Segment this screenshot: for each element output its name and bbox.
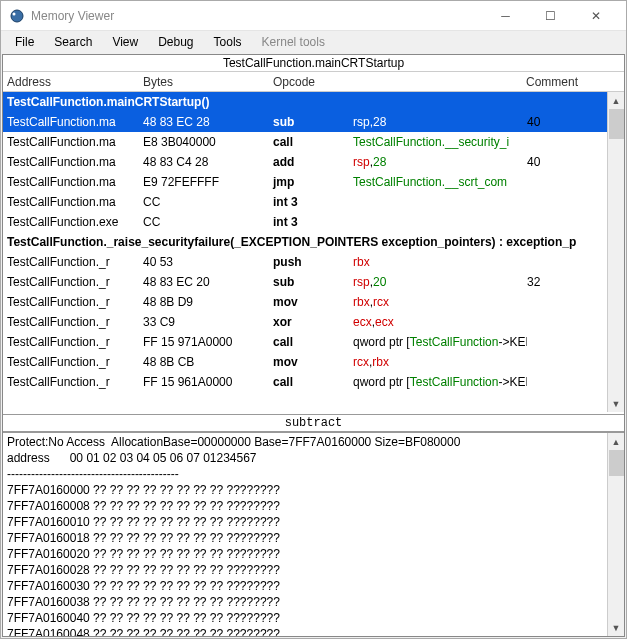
row-opcode: call	[273, 335, 353, 349]
hex-row[interactable]: 7FF7A0160008 ?? ?? ?? ?? ?? ?? ?? ?? ???…	[7, 499, 620, 515]
disasm-row[interactable]: TestCallFunction._rFF 15 961A0000callqwo…	[3, 372, 607, 392]
row-operands: TestCallFunction.__scrt_com	[353, 175, 527, 189]
row-bytes: E9 72FEFFFF	[143, 175, 273, 189]
row-bytes: 48 83 EC 28	[143, 115, 273, 129]
row-opcode: call	[273, 135, 353, 149]
scroll-down-icon[interactable]: ▼	[608, 619, 624, 636]
menu-search[interactable]: Search	[44, 33, 102, 51]
row-address: TestCallFunction.ma	[3, 175, 143, 189]
row-opcode: call	[273, 375, 353, 389]
close-button[interactable]: ✕	[573, 2, 618, 30]
hex-row[interactable]: 7FF7A0160018 ?? ?? ?? ?? ?? ?? ?? ?? ???…	[7, 531, 620, 547]
hex-row[interactable]: 7FF7A0160030 ?? ?? ?? ?? ?? ?? ?? ?? ???…	[7, 579, 620, 595]
titlebar[interactable]: Memory Viewer ─ ☐ ✕	[1, 1, 626, 31]
row-bytes: E8 3B040000	[143, 135, 273, 149]
row-bytes: 33 C9	[143, 315, 273, 329]
disassembly-pane[interactable]: TestCallFunction.mainCRTStartup()TestCal…	[3, 92, 624, 412]
row-operands: TestCallFunction.__security_i	[353, 135, 527, 149]
row-bytes: 40 53	[143, 255, 273, 269]
row-bytes: FF 15 971A0000	[143, 335, 273, 349]
col-opcode[interactable]: Opcode	[273, 75, 353, 89]
row-address: TestCallFunction.ma	[3, 135, 143, 149]
row-bytes: 48 83 C4 28	[143, 155, 273, 169]
hex-row[interactable]: 7FF7A0160040 ?? ?? ?? ?? ?? ?? ?? ?? ???…	[7, 611, 620, 627]
hex-row[interactable]: 7FF7A0160020 ?? ?? ?? ?? ?? ?? ?? ?? ???…	[7, 547, 620, 563]
disasm-row[interactable]: TestCallFunction._r48 8B CBmovrcx,rbx	[3, 352, 607, 372]
row-bytes: 48 8B CB	[143, 355, 273, 369]
disasm-row[interactable]: TestCallFunction.ma48 83 EC 28subrsp,284…	[3, 112, 607, 132]
row-operands: rsp,28	[353, 115, 527, 129]
row-opcode: sub	[273, 275, 353, 289]
menu-file[interactable]: File	[5, 33, 44, 51]
function-header[interactable]: TestCallFunction.mainCRTStartup()	[3, 92, 607, 112]
minimize-button[interactable]: ─	[483, 2, 528, 30]
hex-separator: ----------------------------------------…	[7, 467, 620, 483]
disasm-columns-header: Address Bytes Opcode Comment	[3, 72, 624, 92]
hex-header: address 00 01 02 03 04 05 06 07 01234567	[7, 451, 620, 467]
row-operands: rbx,rcx	[353, 295, 527, 309]
disasm-row[interactable]: TestCallFunction._r48 8B D9movrbx,rcx	[3, 292, 607, 312]
disasm-scrollbar[interactable]: ▲ ▼	[607, 92, 624, 412]
disasm-row[interactable]: TestCallFunction.maE8 3B040000callTestCa…	[3, 132, 607, 152]
disasm-row[interactable]: TestCallFunction.ma48 83 C4 28addrsp,284…	[3, 152, 607, 172]
row-opcode: xor	[273, 315, 353, 329]
disasm-row[interactable]: TestCallFunction.exeCCint 3	[3, 212, 607, 232]
col-bytes[interactable]: Bytes	[143, 75, 273, 89]
disasm-row[interactable]: TestCallFunction.maE9 72FEFFFFjmpTestCal…	[3, 172, 607, 192]
svg-point-0	[11, 10, 23, 22]
scroll-track[interactable]	[608, 109, 624, 395]
menu-tools[interactable]: Tools	[204, 33, 252, 51]
scroll-thumb[interactable]	[609, 109, 624, 139]
menu-kernel-tools[interactable]: Kernel tools	[252, 33, 335, 51]
window-controls: ─ ☐ ✕	[483, 2, 618, 30]
menu-debug[interactable]: Debug	[148, 33, 203, 51]
menu-view[interactable]: View	[102, 33, 148, 51]
scroll-thumb[interactable]	[609, 450, 624, 476]
hex-row[interactable]: 7FF7A0160048 ?? ?? ?? ?? ?? ?? ?? ?? ???…	[7, 627, 620, 636]
disasm-row[interactable]: TestCallFunction._r40 53pushrbx	[3, 252, 607, 272]
col-comment[interactable]: Comment	[526, 75, 606, 89]
col-address[interactable]: Address	[3, 75, 143, 89]
row-operands: rsp,28	[353, 155, 527, 169]
row-opcode: sub	[273, 115, 353, 129]
scroll-track[interactable]	[608, 450, 624, 619]
hex-row[interactable]: 7FF7A0160028 ?? ?? ?? ?? ?? ?? ?? ?? ???…	[7, 563, 620, 579]
menubar: File Search View Debug Tools Kernel tool…	[1, 31, 626, 53]
row-bytes: 48 8B D9	[143, 295, 273, 309]
function-header[interactable]: TestCallFunction._raise_securityfailure(…	[3, 232, 607, 252]
disasm-row[interactable]: TestCallFunction.maCCint 3	[3, 192, 607, 212]
disasm-row[interactable]: TestCallFunction._r48 83 EC 20subrsp,203…	[3, 272, 607, 292]
scroll-up-icon[interactable]: ▲	[608, 92, 624, 109]
app-icon	[9, 8, 25, 24]
row-address: TestCallFunction._r	[3, 355, 143, 369]
maximize-button[interactable]: ☐	[528, 2, 573, 30]
row-address: TestCallFunction._r	[3, 335, 143, 349]
hex-scrollbar[interactable]: ▲ ▼	[607, 433, 624, 636]
row-bytes: 48 83 EC 20	[143, 275, 273, 289]
row-bytes: FF 15 961A0000	[143, 375, 273, 389]
hex-pane[interactable]: ▲ ▼ Protect:No Access AllocationBase=000…	[3, 432, 624, 636]
scroll-down-icon[interactable]: ▼	[608, 395, 624, 412]
hex-row[interactable]: 7FF7A0160010 ?? ?? ?? ?? ?? ?? ?? ?? ???…	[7, 515, 620, 531]
hex-row[interactable]: 7FF7A0160038 ?? ?? ?? ?? ?? ?? ?? ?? ???…	[7, 595, 620, 611]
row-address: TestCallFunction._r	[3, 255, 143, 269]
row-address: TestCallFunction._r	[3, 315, 143, 329]
hex-row[interactable]: 7FF7A0160000 ?? ?? ?? ?? ?? ?? ?? ?? ???…	[7, 483, 620, 499]
row-operands: qword ptr [TestCallFunction->KERNEL32.Se…	[353, 335, 527, 349]
row-address: TestCallFunction.ma	[3, 155, 143, 169]
disasm-row[interactable]: TestCallFunction._r33 C9xorecx,ecx	[3, 312, 607, 332]
content-area: TestCallFunction.mainCRTStartup Address …	[2, 54, 625, 637]
row-opcode: add	[273, 155, 353, 169]
divider-label: subtract	[3, 414, 624, 432]
row-opcode: int 3	[273, 215, 353, 229]
row-bytes: CC	[143, 215, 273, 229]
row-address: TestCallFunction.exe	[3, 215, 143, 229]
disasm-row[interactable]: TestCallFunction._rFF 15 971A0000callqwo…	[3, 332, 607, 352]
row-opcode: mov	[273, 295, 353, 309]
row-opcode: int 3	[273, 195, 353, 209]
row-comment: 40	[527, 155, 607, 169]
scroll-up-icon[interactable]: ▲	[608, 433, 624, 450]
hex-status: Protect:No Access AllocationBase=0000000…	[7, 435, 620, 451]
row-address: TestCallFunction._r	[3, 295, 143, 309]
row-address: TestCallFunction.ma	[3, 195, 143, 209]
